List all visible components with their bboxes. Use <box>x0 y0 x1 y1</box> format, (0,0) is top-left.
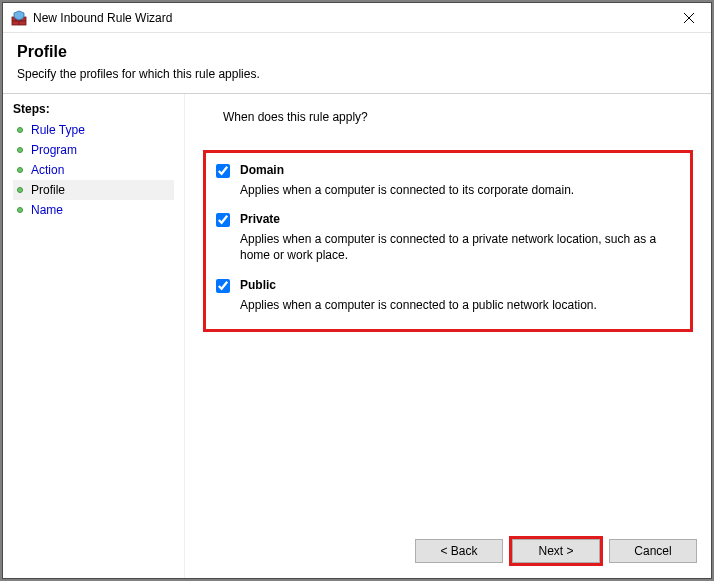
back-button[interactable]: < Back <box>415 539 503 563</box>
wizard-button-bar: < Back Next > Cancel <box>415 536 697 566</box>
step-bullet-icon <box>17 127 23 133</box>
profile-public-checkbox[interactable] <box>216 279 230 293</box>
close-icon <box>684 13 694 23</box>
steps-heading: Steps: <box>13 100 174 120</box>
wizard-content: When does this rule apply? Domain Applie… <box>185 94 711 578</box>
step-bullet-icon <box>17 207 23 213</box>
profile-private-desc: Applies when a computer is connected to … <box>240 231 680 263</box>
profile-private-checkbox[interactable] <box>216 213 230 227</box>
wizard-window: New Inbound Rule Wizard Profile Specify … <box>2 2 712 579</box>
firewall-wizard-icon <box>11 10 27 26</box>
step-bullet-icon <box>17 167 23 173</box>
page-title: Profile <box>17 43 697 61</box>
page-subtitle: Specify the profiles for which this rule… <box>17 67 697 81</box>
step-action[interactable]: Action <box>13 160 174 180</box>
step-program[interactable]: Program <box>13 140 174 160</box>
cancel-button[interactable]: Cancel <box>609 539 697 563</box>
profile-public-desc: Applies when a computer is connected to … <box>240 297 680 313</box>
wizard-header: Profile Specify the profiles for which t… <box>3 33 711 93</box>
step-profile[interactable]: Profile <box>13 180 174 200</box>
content-question: When does this rule apply? <box>223 110 689 124</box>
profile-public-label[interactable]: Public <box>240 278 276 292</box>
steps-sidebar: Steps: Rule Type Program Action Profile … <box>3 94 185 578</box>
close-button[interactable] <box>666 3 711 32</box>
next-button-highlight: Next > <box>509 536 603 566</box>
step-name[interactable]: Name <box>13 200 174 220</box>
step-label: Name <box>31 203 63 217</box>
profile-domain-label[interactable]: Domain <box>240 163 284 177</box>
titlebar: New Inbound Rule Wizard <box>3 3 711 33</box>
step-label: Action <box>31 163 64 177</box>
profile-domain-row: Domain <box>216 163 680 178</box>
profile-private-row: Private <box>216 212 680 227</box>
step-bullet-icon <box>17 147 23 153</box>
profile-public-row: Public <box>216 278 680 293</box>
step-rule-type[interactable]: Rule Type <box>13 120 174 140</box>
wizard-body: Steps: Rule Type Program Action Profile … <box>3 94 711 578</box>
step-label: Program <box>31 143 77 157</box>
profile-domain-desc: Applies when a computer is connected to … <box>240 182 680 198</box>
profiles-highlight: Domain Applies when a computer is connec… <box>203 150 693 332</box>
step-bullet-icon <box>17 187 23 193</box>
profile-domain-checkbox[interactable] <box>216 164 230 178</box>
step-label: Rule Type <box>31 123 85 137</box>
profile-private-label[interactable]: Private <box>240 212 280 226</box>
step-label: Profile <box>31 183 65 197</box>
window-title: New Inbound Rule Wizard <box>33 11 172 25</box>
next-button[interactable]: Next > <box>512 539 600 563</box>
